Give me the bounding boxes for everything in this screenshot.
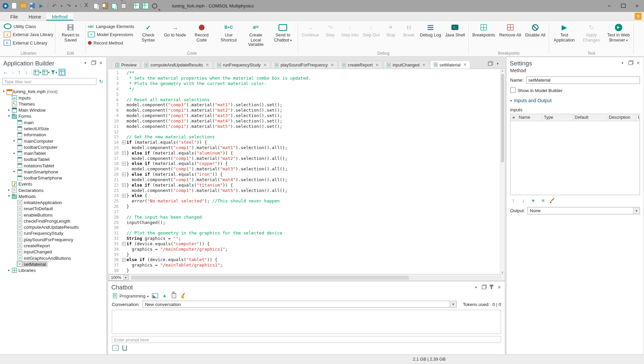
show-in-model-builder-checkbox[interactable]: [510, 87, 515, 93]
redo-dropdown-icon[interactable]: [74, 2, 78, 9]
editor-tab-setmaterial[interactable]: setMaterial: [430, 60, 470, 68]
move-down-icon[interactable]: [23, 69, 29, 76]
tree-item-tuning-fork-mph[interactable]: ▾tuning_fork.mph(root): [0, 88, 106, 94]
maximize-button[interactable]: [616, 0, 630, 11]
tree-item-createreport[interactable]: createReport: [0, 242, 106, 248]
ribbon-button-send-to-chatbot[interactable]: Send to Chatbot ▾: [270, 22, 296, 50]
close-tab-icon[interactable]: [422, 62, 425, 68]
editor-tab-inputchanged[interactable]: inputChanged: [383, 61, 429, 68]
node-display-options-icon[interactable]: [42, 69, 50, 76]
new-file-icon[interactable]: [11, 2, 17, 9]
copy-icon[interactable]: [93, 3, 98, 8]
settings-menu-icon[interactable]: [620, 60, 625, 66]
paste-icon[interactable]: [103, 3, 108, 9]
menu-tab-home[interactable]: Home: [23, 13, 47, 21]
close-tab-icon[interactable]: [331, 62, 334, 68]
fold-marker-icon[interactable]: [121, 241, 127, 247]
move-up-icon[interactable]: [17, 69, 22, 76]
ribbon-button-use-shortcut[interactable]: B+CUse Shortcut: [216, 22, 242, 50]
fold-marker-icon[interactable]: [121, 161, 127, 166]
ribbon-button-create-local-variable[interactable]: a=Create Local Variable: [243, 22, 269, 50]
tree-item-main-window[interactable]: ▸Main Window: [0, 107, 106, 113]
tree-item-events[interactable]: Events: [0, 181, 106, 187]
menu-tab-file[interactable]: File: [5, 13, 23, 21]
horizontal-scrollbar[interactable]: [131, 275, 502, 279]
zoom-extents-icon[interactable]: [152, 3, 158, 8]
ribbon-button-utility-class[interactable]: Utility Class: [4, 23, 53, 29]
back-icon[interactable]: [2, 69, 8, 76]
tree-collapsed-arrow-icon[interactable]: ▸: [7, 188, 11, 192]
duplicate-icon[interactable]: [112, 3, 116, 8]
tree-item-setmaterial[interactable]: setMaterial: [0, 261, 106, 267]
column-header-un[interactable]: Un: [636, 114, 640, 120]
ribbon-button-record-method[interactable]: Record Method: [88, 39, 134, 46]
table-icon[interactable]: [134, 3, 140, 9]
ribbon-button-language-elements[interactable]: ABCLanguage Elements: [88, 23, 134, 29]
float-panel-icon[interactable]: [90, 60, 96, 66]
ribbon-button-external-java-library[interactable]: JExternal Java Library: [4, 31, 53, 38]
tree-item-inputchanged[interactable]: inputChanged: [0, 249, 106, 255]
close-panel-icon[interactable]: [98, 60, 104, 66]
delete-icon[interactable]: [121, 3, 126, 9]
float-chatbot-icon[interactable]: [481, 285, 486, 290]
tree-item-enablebuttons[interactable]: enableButtons: [0, 212, 106, 218]
tree-expanded-arrow-icon[interactable]: ▾: [7, 194, 11, 198]
tree-collapsed-arrow-icon[interactable]: ▸: [12, 151, 17, 155]
tree-item-resettodefault[interactable]: resetToDefault: [0, 205, 106, 212]
attach-image-icon[interactable]: [152, 292, 158, 299]
chatbot-menu-icon[interactable]: [473, 285, 479, 290]
fold-marker-icon[interactable]: [121, 183, 127, 188]
conversation-select[interactable]: New conversation: [142, 301, 457, 308]
show-all-nodes-toggle-icon[interactable]: [58, 68, 66, 76]
import-table-icon[interactable]: [143, 3, 149, 9]
scroll-up-icon[interactable]: ▴: [500, 69, 505, 73]
close-chatbot-icon[interactable]: [497, 285, 502, 290]
output-select[interactable]: None: [527, 207, 640, 215]
tree-expanded-arrow-icon[interactable]: ▾: [2, 89, 6, 93]
ribbon-button-record-code[interactable]: Record Code: [189, 22, 215, 50]
ribbon-button-breakpoints[interactable]: Breakpoints: [471, 22, 497, 50]
zoom-level[interactable]: 100%: [109, 274, 123, 280]
move-up-icon[interactable]: [510, 198, 516, 203]
delete-conversation-icon[interactable]: [171, 292, 177, 299]
cut-icon[interactable]: [85, 3, 90, 8]
close-settings-icon[interactable]: [636, 60, 641, 66]
attach-file-icon[interactable]: [122, 345, 127, 351]
redo-icon[interactable]: [65, 2, 73, 9]
tree-item-methods[interactable]: ▾Methods: [0, 193, 106, 199]
run-icon[interactable]: [38, 2, 45, 9]
prompt-input[interactable]: [112, 336, 501, 343]
close-tab-icon[interactable]: [263, 62, 267, 68]
tree-item-declarations[interactable]: ▸Declarations: [0, 187, 106, 193]
ribbon-button-test-in-web-browser[interactable]: ▶Test in Web Browser ▾: [605, 22, 632, 50]
scrollbar-thumb[interactable]: [501, 74, 504, 162]
tree-item-selectuisize[interactable]: selectUISize: [0, 125, 106, 131]
editor-options-icon[interactable]: [495, 61, 500, 66]
help-button[interactable]: ?: [635, 13, 642, 20]
tree-item-themes[interactable]: Themes: [0, 101, 106, 107]
editor-tab-createreport[interactable]: createReport: [338, 61, 383, 68]
pin-chatbot-icon[interactable]: [489, 285, 494, 290]
tree-item-playsoundforfrequency[interactable]: playSoundForFrequency: [0, 236, 106, 242]
tree-item-checkfindpronglength[interactable]: checkFindProngLength: [0, 218, 106, 224]
fold-marker-icon[interactable]: [121, 140, 127, 145]
tree-item-initializeapplication[interactable]: initializeApplication: [0, 199, 106, 205]
ribbon-button-debug-log[interactable]: Debug Log: [418, 22, 443, 50]
tree-item-information[interactable]: information: [0, 132, 106, 138]
scroll-down-icon[interactable]: ▾: [500, 271, 505, 274]
move-down-icon[interactable]: [521, 198, 526, 203]
maximize-editor-icon[interactable]: [487, 61, 493, 66]
column-header-type[interactable]: Type: [542, 114, 573, 120]
tree-item-mainsmartphone[interactable]: ▸mainSmartphone: [0, 168, 106, 174]
panel-menu-icon[interactable]: [83, 60, 88, 66]
ribbon-button-remove-all[interactable]: Remove All: [498, 22, 523, 50]
tree-collapsed-arrow-icon[interactable]: ▸: [12, 139, 17, 143]
tree-item-libraries[interactable]: ▸Libraries: [0, 267, 106, 273]
float-settings-icon[interactable]: [627, 60, 633, 66]
tree-item-initgraphicsandbuttons[interactable]: initGraphicsAndButtons: [0, 255, 106, 261]
tree-item-maintablet[interactable]: ▸mainTablet: [0, 150, 106, 156]
fold-marker-icon[interactable]: [121, 172, 127, 177]
editor-tab-preview[interactable]: Preview: [112, 61, 140, 68]
column-header-description[interactable]: Description: [607, 114, 637, 120]
editor-tab-computeandupdateresults[interactable]: computeAndUpdateResults: [141, 61, 213, 68]
